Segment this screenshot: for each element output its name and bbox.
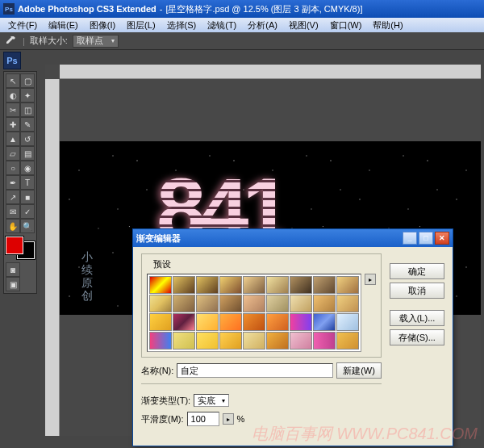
gradient-preset[interactable] (196, 295, 219, 312)
preset-grid[interactable] (147, 274, 361, 352)
gradient-preset[interactable] (266, 276, 289, 294)
eraser-tool[interactable]: ▱ (6, 146, 20, 161)
ok-button[interactable]: 确定 (390, 263, 444, 279)
wand-tool[interactable]: ✦ (20, 88, 35, 103)
gradient-preset[interactable] (196, 332, 219, 350)
gradient-preset[interactable] (243, 332, 265, 350)
close-icon[interactable]: ✕ (435, 232, 449, 245)
new-button[interactable]: 新建(W) (336, 362, 382, 379)
menu-layer[interactable]: 图层(L) (122, 19, 160, 32)
gradient-preset[interactable] (266, 295, 289, 312)
gradient-preset[interactable] (290, 332, 312, 350)
load-button[interactable]: 载入(L)... (390, 310, 444, 326)
sample-size-label: 取样大小: (30, 35, 68, 47)
gradient-tool[interactable]: ▤ (20, 146, 35, 161)
menu-filter[interactable]: 滤镜(T) (202, 19, 241, 32)
gradient-preset[interactable] (149, 295, 172, 312)
gradient-preset[interactable] (313, 313, 336, 331)
gradient-preset[interactable] (313, 276, 336, 294)
app-title: Adobe Photoshop CS3 Extended (18, 4, 156, 14)
zoom-tool[interactable]: 🔍 (20, 219, 35, 233)
gradient-preset[interactable] (149, 313, 172, 331)
quickmask-tool[interactable]: ◙ (6, 262, 20, 277)
gradient-preset[interactable] (243, 295, 265, 312)
ruler-vertical (45, 79, 60, 436)
stamp-tool[interactable]: ▲ (6, 132, 20, 146)
menu-file[interactable]: 文件(F) (3, 19, 42, 32)
gradient-preset[interactable] (219, 332, 242, 350)
cancel-button[interactable]: 取消 (390, 283, 444, 299)
gradient-preset[interactable] (219, 313, 242, 331)
preset-menu-icon[interactable]: ▸ (365, 274, 376, 285)
gradient-preset[interactable] (313, 332, 336, 350)
gradient-preset[interactable] (219, 295, 242, 312)
minimize-icon[interactable]: _ (403, 232, 417, 245)
pen-tool[interactable]: ✒ (6, 175, 20, 190)
gradient-type-combo[interactable]: 实底▾ (194, 394, 229, 407)
app-icon: Ps (3, 3, 15, 15)
menu-analysis[interactable]: 分析(A) (243, 19, 282, 32)
menu-edit[interactable]: 编辑(E) (44, 19, 83, 32)
gradient-preset[interactable] (243, 276, 265, 294)
crop-tool[interactable]: ✂ (6, 103, 20, 117)
presets-group: 预设 ▸ (141, 253, 382, 358)
move-tool[interactable]: ↖ (6, 73, 20, 88)
smoothness-input[interactable] (187, 412, 219, 426)
smoothness-stepper-icon[interactable]: ▸ (223, 413, 234, 425)
type-tool[interactable]: T (20, 175, 35, 190)
gradient-preset[interactable] (219, 276, 242, 294)
canvas-watermark-text: 小续原创 (80, 250, 94, 302)
name-input[interactable] (177, 363, 333, 378)
hand-tool[interactable]: ✋ (6, 219, 20, 233)
gradient-preset[interactable] (313, 295, 336, 312)
menu-help[interactable]: 帮助(H) (368, 19, 407, 32)
gradient-preset[interactable] (336, 332, 359, 350)
gradient-preset[interactable] (336, 313, 359, 331)
gradient-preset[interactable] (290, 276, 312, 294)
presets-label: 预设 (150, 258, 174, 270)
gradient-preset[interactable] (196, 276, 219, 294)
gradient-preset[interactable] (173, 295, 195, 312)
lasso-tool[interactable]: ◐ (6, 88, 20, 103)
slice-tool[interactable]: ◫ (20, 103, 35, 117)
smoothness-unit: % (237, 414, 245, 424)
gradient-preset[interactable] (290, 295, 312, 312)
gradient-preset[interactable] (149, 276, 172, 294)
save-button[interactable]: 存储(S)... (390, 329, 444, 345)
marquee-tool[interactable]: ▢ (20, 73, 35, 88)
brush-tool[interactable]: ✎ (20, 117, 35, 132)
gradient-preset[interactable] (149, 332, 172, 350)
notes-tool[interactable]: ✉ (6, 204, 20, 219)
ruler-horizontal (60, 65, 481, 79)
gradient-preset[interactable] (266, 313, 289, 331)
dialog-title: 渐变编辑器 (136, 232, 181, 245)
name-label: 名称(N): (141, 365, 173, 377)
eyedropper-tool[interactable]: ✓ (20, 204, 35, 219)
gradient-preset[interactable] (196, 313, 219, 331)
gradient-preset[interactable] (290, 313, 312, 331)
gradient-preset[interactable] (173, 276, 195, 294)
gradient-preset[interactable] (336, 276, 359, 294)
menu-window[interactable]: 窗口(W) (325, 19, 367, 32)
menu-select[interactable]: 选择(S) (162, 19, 202, 32)
shape-tool[interactable]: ■ (20, 190, 35, 204)
dodge-tool[interactable]: ◉ (20, 161, 35, 175)
dialog-titlebar[interactable]: 渐变编辑器 _ □ ✕ (133, 229, 453, 247)
color-swatch[interactable] (6, 237, 35, 259)
gradient-preset[interactable] (266, 332, 289, 350)
gradient-editor-dialog: 渐变编辑器 _ □ ✕ 预设 ▸ 名称(N): 新建(W) 渐变类型( (132, 228, 453, 446)
gradient-preset[interactable] (243, 313, 265, 331)
menu-view[interactable]: 视图(V) (284, 19, 323, 32)
history-tool[interactable]: ↺ (20, 132, 35, 146)
gradient-preset[interactable] (173, 313, 195, 331)
screenmode-tool[interactable]: ▣ (6, 277, 20, 291)
maximize-icon[interactable]: □ (419, 232, 433, 245)
gradient-preset[interactable] (336, 295, 359, 312)
path-tool[interactable]: ↗ (6, 190, 20, 204)
menu-image[interactable]: 图像(I) (85, 19, 120, 32)
sample-size-combo[interactable]: 取样点▾ (73, 35, 119, 48)
toolbox: ↖▢ ◐✦ ✂◫ ✚✎ ▲↺ ▱▤ ○◉ ✒T ↗■ ✉✓ ✋🔍 ◙ ▣ (3, 71, 37, 294)
heal-tool[interactable]: ✚ (6, 117, 20, 132)
gradient-preset[interactable] (173, 332, 195, 350)
blur-tool[interactable]: ○ (6, 161, 20, 175)
